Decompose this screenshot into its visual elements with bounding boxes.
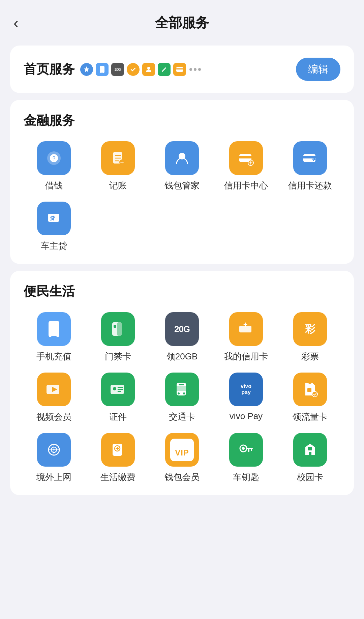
life-item-transit[interactable]: 交通卡 <box>152 373 212 423</box>
finance-item-borrow[interactable]: 借钱 <box>24 141 84 191</box>
borrow-icon <box>37 141 71 175</box>
life-services-card: 便民生活 手机充值 门禁卡 <box>10 271 354 495</box>
wallet-manager-icon <box>165 141 199 175</box>
mini-icon-diamond <box>80 63 93 76</box>
finance-item-wallet-manager[interactable]: 钱包管家 <box>152 141 212 191</box>
video-vip-label: 视频会员 <box>36 411 71 423</box>
life-item-vivo-pay[interactable]: vivo pay vivo Pay <box>216 373 276 423</box>
svg-rect-49 <box>251 449 252 451</box>
svg-rect-19 <box>49 321 59 337</box>
svg-point-2 <box>147 67 150 69</box>
svg-point-35 <box>183 392 185 394</box>
finance-item-credit-repay[interactable]: 信用卡还款 <box>280 141 340 191</box>
vip-member-label: 钱包会员 <box>164 471 200 483</box>
phone-recharge-label: 手机充值 <box>36 351 71 362</box>
phone-recharge-icon <box>37 312 71 346</box>
credit-center-label: 信用卡中心 <box>224 180 268 191</box>
roaming-label: 境外上网 <box>36 471 71 483</box>
mini-icon-check <box>127 63 140 76</box>
svg-point-38 <box>312 391 317 397</box>
life-section-title: 便民生活 <box>24 283 340 300</box>
svg-point-34 <box>178 392 180 394</box>
svg-rect-50 <box>248 449 249 452</box>
sim-icon <box>293 373 327 406</box>
life-item-bill[interactable]: 生活缴费 <box>88 433 148 483</box>
finance-item-car-loan[interactable]: 贷 车主贷 <box>24 202 84 252</box>
mini-icon-person <box>142 63 155 76</box>
svg-rect-22 <box>117 322 122 336</box>
life-item-vip-member[interactable]: VIP 钱包会员 <box>152 433 212 483</box>
homepage-services-card: 首页服务 20G <box>10 46 354 93</box>
life-item-my-credit[interactable]: 我的信用卡 <box>216 312 276 362</box>
page-header: ‹ 全部服务 <box>0 0 364 39</box>
access-card-icon <box>101 312 135 346</box>
svg-rect-48 <box>246 448 253 449</box>
life-item-20gb[interactable]: 20G 领20GB <box>152 312 212 362</box>
svg-point-28 <box>113 387 116 390</box>
id-icon <box>101 373 135 406</box>
vivo-pay-label: vivo Pay <box>230 411 263 421</box>
svg-rect-1 <box>101 72 103 72</box>
svg-rect-20 <box>51 336 57 337</box>
svg-rect-23 <box>114 325 116 328</box>
vip-member-icon: VIP <box>165 433 199 467</box>
svg-rect-13 <box>239 156 251 158</box>
car-key-icon <box>229 433 263 467</box>
20gb-icon: 20G <box>165 312 199 346</box>
roaming-icon <box>37 433 71 467</box>
mini-icon-edit <box>158 63 171 76</box>
credit-center-icon <box>229 141 263 175</box>
mini-icon-20g: 20G <box>111 63 124 76</box>
credit-repay-icon <box>293 141 327 175</box>
svg-text:贷: 贷 <box>50 215 55 221</box>
finance-services-card: 金融服务 借钱 <box>10 100 354 264</box>
finance-item-credit-center[interactable]: 信用卡中心 <box>216 141 276 191</box>
id-label: 证件 <box>109 411 127 423</box>
svg-rect-37 <box>307 388 311 392</box>
svg-rect-4 <box>176 68 183 69</box>
car-loan-label: 车主贷 <box>41 240 67 252</box>
20gb-label: 领20GB <box>166 351 198 362</box>
edit-button[interactable]: 编辑 <box>296 58 340 81</box>
access-card-label: 门禁卡 <box>105 351 131 362</box>
car-loan-icon: 贷 <box>37 202 71 235</box>
life-item-id[interactable]: 证件 <box>88 373 148 423</box>
mini-icon-more <box>189 63 202 76</box>
finance-item-bookkeeping[interactable]: 记账 <box>88 141 148 191</box>
vivo-pay-icon: vivo pay <box>229 373 263 406</box>
wallet-manager-label: 钱包管家 <box>164 180 200 191</box>
finance-icons-grid: 借钱 记账 <box>24 141 340 252</box>
svg-rect-33 <box>177 386 186 391</box>
life-item-sim[interactable]: 领流量卡 <box>280 373 340 423</box>
credit-repay-label: 信用卡还款 <box>288 180 332 191</box>
bookkeeping-label: 记账 <box>109 180 127 191</box>
life-item-phone-recharge[interactable]: 手机充值 <box>24 312 84 362</box>
life-item-campus[interactable]: 校园卡 <box>280 433 340 483</box>
homepage-section-title: 首页服务 <box>24 61 75 78</box>
campus-label: 校园卡 <box>297 471 323 483</box>
life-item-roaming[interactable]: 境外上网 <box>24 433 84 483</box>
my-credit-label: 我的信用卡 <box>224 351 268 362</box>
car-key-label: 车钥匙 <box>233 471 259 483</box>
life-item-video-vip[interactable]: 视频会员 <box>24 373 84 423</box>
svg-rect-36 <box>179 384 184 385</box>
video-vip-icon <box>37 373 71 406</box>
mini-icon-phone <box>96 63 109 76</box>
finance-section-title: 金融服务 <box>24 112 340 129</box>
life-item-lottery[interactable]: 彩 彩票 <box>280 312 340 362</box>
campus-icon <box>293 433 327 467</box>
sim-label: 领流量卡 <box>293 411 328 423</box>
life-icons-grid: 手机充值 门禁卡 20G 领20GB <box>24 312 340 483</box>
borrow-label: 借钱 <box>45 180 63 191</box>
life-item-access-card[interactable]: 门禁卡 <box>88 312 148 362</box>
my-credit-icon <box>229 312 263 346</box>
back-button[interactable]: ‹ <box>13 14 19 31</box>
svg-point-47 <box>242 447 245 450</box>
bill-label: 生活缴费 <box>100 471 135 483</box>
bookkeeping-icon <box>101 141 135 175</box>
homepage-mini-icons: 20G <box>80 63 202 76</box>
transit-label: 交通卡 <box>169 411 195 423</box>
transit-icon <box>165 373 199 406</box>
life-item-car-key[interactable]: 车钥匙 <box>216 433 276 483</box>
mini-icon-card <box>173 63 186 76</box>
